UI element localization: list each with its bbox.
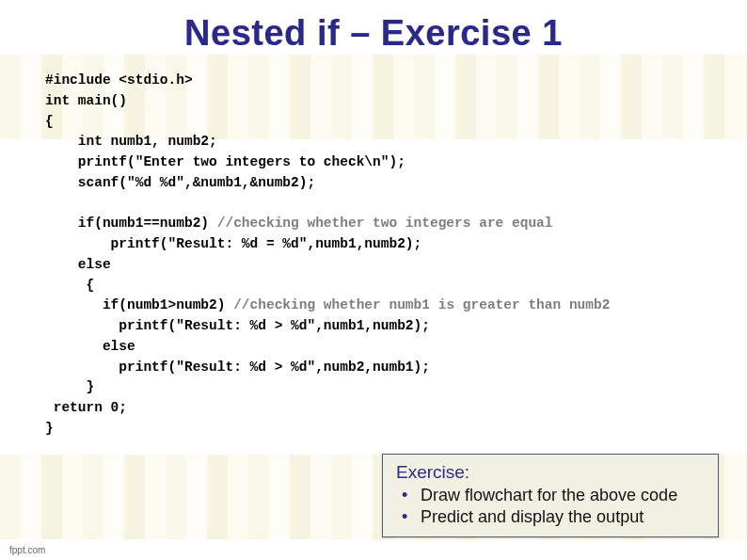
code-line: else	[45, 257, 111, 272]
code-block: #include <stdio.h> int main() { int numb…	[9, 71, 738, 440]
exercise-item-text: Draw flowchart for the above code	[421, 486, 677, 504]
code-line: }	[45, 421, 54, 436]
code-line: printf("Result: %d = %d",numb1,numb2);	[45, 236, 421, 251]
code-line: {	[45, 278, 94, 293]
code-line: if(numb1==numb2)	[45, 216, 217, 231]
exercise-item-text: Predict and display the output	[421, 507, 644, 526]
code-line: int main()	[45, 93, 127, 108]
code-line: if(numb1>numb2)	[45, 297, 233, 312]
code-line: else	[45, 339, 135, 354]
slide-title: Nested if – Exercise 1	[9, 13, 738, 54]
code-line: int numb1, numb2;	[45, 134, 217, 149]
code-line: #include <stdio.h>	[45, 72, 193, 88]
footer-brand: fppt.com	[9, 545, 45, 555]
code-line: {	[45, 114, 54, 129]
exercise-item: •Predict and display the output	[402, 506, 705, 528]
code-line: scanf("%d %d",&numb1,&numb2);	[45, 175, 315, 190]
code-line: printf("Result: %d > %d",numb2,numb1);	[45, 360, 430, 375]
code-line: return 0;	[45, 400, 127, 415]
slide-container: Nested if – Exercise 1 #include <stdio.h…	[0, 0, 747, 560]
code-line: }	[45, 379, 94, 394]
exercise-box: Exercise: •Draw flowchart for the above …	[382, 454, 719, 537]
code-line: printf("Enter two integers to check\n");	[45, 154, 405, 169]
code-line: printf("Result: %d > %d",numb1,numb2);	[45, 318, 430, 333]
exercise-item: •Draw flowchart for the above code	[402, 485, 705, 506]
exercise-heading: Exercise:	[396, 462, 705, 483]
code-comment: //checking whether numb1 is greater than…	[233, 297, 610, 312]
bullet-icon: •	[402, 506, 407, 528]
exercise-list: •Draw flowchart for the above code •Pred…	[396, 485, 705, 527]
bullet-icon: •	[402, 485, 407, 506]
code-comment: //checking whether two integers are equa…	[217, 216, 553, 231]
